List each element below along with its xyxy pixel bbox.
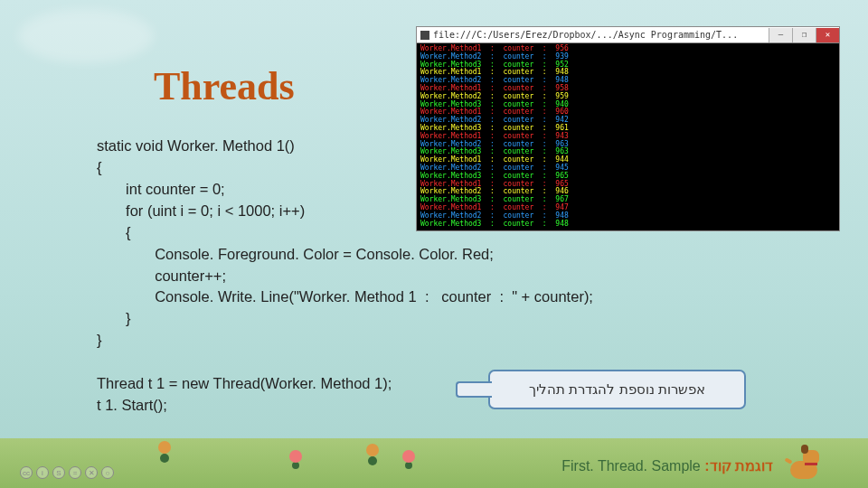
flower-decoration <box>402 450 415 463</box>
console-title: file:///C:/Users/Erez/Dropbox/.../Async … <box>433 30 738 40</box>
dog-decoration <box>787 445 825 479</box>
callout-text: אפשרות נוספת להגדרת תהליך <box>529 381 705 398</box>
console-line: Worker.Method3 : counter : 948 <box>420 221 835 229</box>
cc-badge: ✕ <box>85 466 98 479</box>
console-body: Worker.Method1 : counter : 956Worker.Met… <box>417 43 839 230</box>
maximize-button[interactable]: ❐ <box>792 28 816 42</box>
cc-badge: = <box>69 466 81 479</box>
close-button[interactable]: ✕ <box>816 28 839 42</box>
footer-latin: First. Thread. Sample <box>561 458 701 474</box>
footer-hebrew: דוגמת קוד: <box>704 458 773 474</box>
console-window: file:///C:/Users/Erez/Dropbox/.../Async … <box>417 27 839 230</box>
cc-badge: i <box>36 466 49 479</box>
cc-badge: S <box>52 466 65 479</box>
console-titlebar: file:///C:/Users/Erez/Dropbox/.../Async … <box>417 27 839 43</box>
flower-decoration <box>289 450 302 463</box>
minimize-button[interactable]: – <box>769 28 792 42</box>
cc-badge: cc <box>20 466 33 479</box>
app-icon <box>420 31 429 40</box>
cc-badges: cciS=✕○ <box>20 466 114 479</box>
flower-decoration <box>158 441 171 454</box>
cc-badge: ○ <box>101 466 114 479</box>
footer-text: דוגמת קוד: First. Thread. Sample <box>561 457 773 474</box>
slide-title: Threads <box>154 63 295 109</box>
cloud-decoration <box>18 9 154 63</box>
flower-decoration <box>366 444 379 456</box>
callout-bubble: אפשרות נוספת להגדרת תהליך <box>488 370 746 409</box>
